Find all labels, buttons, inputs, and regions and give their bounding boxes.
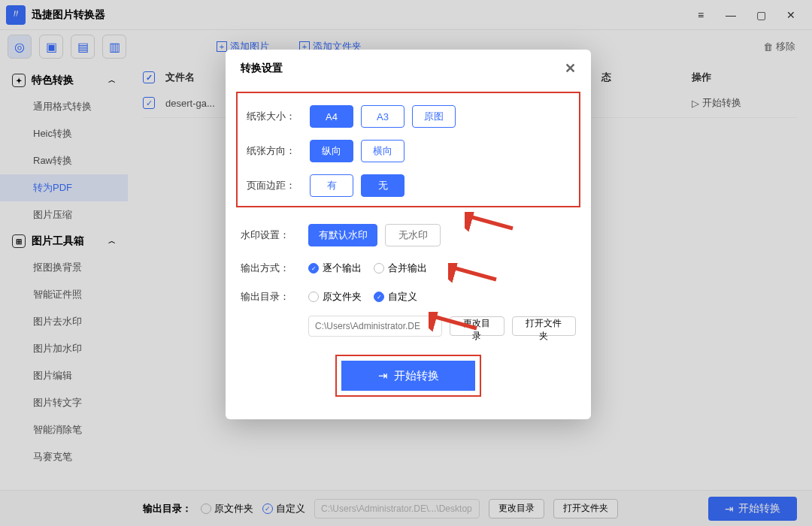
dir-original[interactable]: 原文件夹 xyxy=(308,290,362,304)
watermark-row: 水印设置： 有默认水印 无水印 xyxy=(226,216,591,254)
orientation-label: 纸张方向： xyxy=(247,144,310,158)
start-highlight-box: ⇥ 开始转换 xyxy=(335,355,481,397)
output-each[interactable]: 逐个输出 xyxy=(308,261,362,275)
settings-modal: 转换设置 ✕ 纸张大小： A4 A3 原图 纸张方向： 纵向 横向 页面边距： … xyxy=(226,50,591,419)
margin-yes[interactable]: 有 xyxy=(310,174,353,197)
output-dir-label: 输出目录： xyxy=(241,290,308,304)
output-mode-row: 输出方式： 逐个输出 合并输出 xyxy=(226,254,591,283)
margin-no[interactable]: 无 xyxy=(361,174,404,197)
output-dir-row: 输出目录： 原文件夹 自定义 xyxy=(226,283,591,311)
modal-open-button[interactable]: 打开文件夹 xyxy=(512,316,576,336)
modal-change-button[interactable]: 更改目录 xyxy=(450,316,504,336)
margin-label: 页面边距： xyxy=(247,179,310,192)
modal-close-button[interactable]: ✕ xyxy=(565,60,576,77)
orient-portrait[interactable]: 纵向 xyxy=(310,140,353,162)
modal-header: 转换设置 ✕ xyxy=(226,50,591,87)
paper-size-a4[interactable]: A4 xyxy=(310,105,353,128)
output-merge[interactable]: 合并输出 xyxy=(374,261,427,275)
paper-size-original[interactable]: 原图 xyxy=(412,105,456,128)
margin-row: 页面边距： 有 无 xyxy=(241,168,576,203)
watermark-label: 水印设置： xyxy=(241,228,308,242)
modal-title: 转换设置 xyxy=(241,62,283,75)
watermark-default[interactable]: 有默认水印 xyxy=(308,224,377,246)
modal-highlight-box: 纸张大小： A4 A3 原图 纸张方向： 纵向 横向 页面边距： 有 无 xyxy=(236,92,580,207)
output-mode-label: 输出方式： xyxy=(241,261,308,275)
modal-start-button[interactable]: ⇥ 开始转换 xyxy=(341,361,475,391)
orientation-row: 纸张方向： 纵向 横向 xyxy=(241,134,576,168)
dir-custom[interactable]: 自定义 xyxy=(374,290,417,304)
paper-size-label: 纸张大小： xyxy=(247,110,310,123)
orient-landscape[interactable]: 横向 xyxy=(361,140,404,162)
paper-size-a3[interactable]: A3 xyxy=(361,105,404,128)
output-path-row: 更改目录 打开文件夹 xyxy=(308,316,576,337)
watermark-none[interactable]: 无水印 xyxy=(385,224,441,246)
output-path-input[interactable] xyxy=(308,316,442,337)
paper-size-row: 纸张大小： A4 A3 原图 xyxy=(241,99,576,134)
